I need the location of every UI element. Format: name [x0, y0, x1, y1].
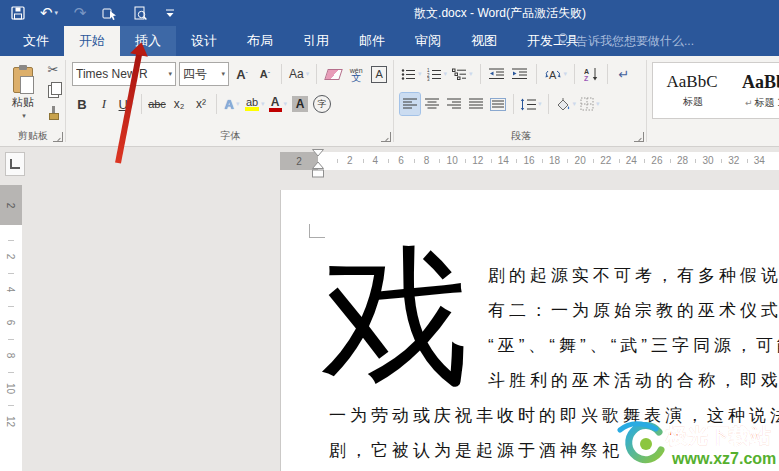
site-watermark: 极光下载站 www.xz7.com [616, 416, 779, 471]
italic-button[interactable]: I [94, 93, 114, 115]
character-border-button[interactable]: A [369, 63, 389, 85]
quick-access-toolbar: ↶▾ ↷ [10, 0, 178, 26]
font-color-button[interactable]: A ▾ [268, 93, 289, 115]
ruler-margin-number: 2 [296, 156, 302, 167]
ruler-number: 8 [414, 152, 440, 170]
phonetic-guide-icon: wén文 [350, 67, 363, 81]
bold-button[interactable]: B [72, 93, 92, 115]
decrease-indent-button[interactable] [487, 63, 507, 85]
horizontal-ruler[interactable]: 2 246810121416182022242628303234 [280, 152, 779, 170]
touch-mouse-mode-icon[interactable] [102, 2, 118, 24]
justify-button[interactable] [466, 93, 486, 115]
style-card[interactable]: AaBb ↵标题 1 [733, 72, 779, 110]
window-title: 散文.docx - Word(产品激活失败) [414, 0, 586, 26]
lightbulb-icon [556, 32, 570, 50]
ribbon: 粘贴 ▾ ✂ 剪贴板 Times New R ▾ 四号 ▾ [0, 56, 779, 147]
ruler-number: 26 [644, 152, 670, 170]
font-dialog-launcher[interactable] [381, 132, 391, 142]
align-right-button[interactable] [444, 93, 464, 115]
change-case-button[interactable]: Aa▾ [288, 63, 310, 85]
text-highlight-button[interactable]: ab ▾ [244, 93, 266, 115]
enclose-characters-button[interactable]: 字 [312, 93, 332, 115]
phonetic-guide-button[interactable]: wén文 [346, 63, 366, 85]
eraser-icon [324, 69, 343, 80]
paragraph-mark-icon: ↵ [619, 67, 630, 82]
font-size-combo[interactable]: 四号 ▾ [179, 62, 229, 86]
ribbon-tab[interactable]: 设计 [176, 26, 232, 56]
style-card[interactable]: AaBbC 标题 [661, 72, 723, 109]
distribute-icon [490, 98, 506, 111]
ribbon-tab[interactable]: 开始 [64, 26, 120, 56]
bullets-button[interactable]: ▾ [400, 63, 423, 85]
tab-stop-selector[interactable] [5, 152, 25, 176]
vertical-ruler[interactable]: 2 24681012 [0, 185, 22, 471]
indent-markers[interactable] [310, 149, 326, 180]
ribbon-tab[interactable]: 引用 [288, 26, 344, 56]
paste-button[interactable]: 粘贴 ▾ [4, 60, 42, 126]
ruler-number: 34 [747, 152, 773, 170]
ribbon-tab[interactable]: 文件 [8, 26, 64, 56]
ribbon-tab[interactable]: 邮件 [344, 26, 400, 56]
ribbon-tab[interactable]: 审阅 [400, 26, 456, 56]
ruler-number: 4 [363, 152, 389, 170]
brush-icon [47, 106, 59, 120]
grow-font-button[interactable]: Aˆ [232, 63, 252, 85]
increase-indent-icon [512, 68, 527, 80]
ruler-number: 2 [0, 240, 22, 273]
subscript-button[interactable]: x₂ [169, 93, 189, 115]
clipboard-dialog-launcher[interactable] [53, 132, 63, 142]
shrink-font-button[interactable]: Aˇ [255, 63, 275, 85]
watermark-url-text: www.xz7.com [671, 450, 776, 467]
paragraph-group: ▾ 123 ▾ ▾ A [395, 56, 647, 146]
undo-dropdown[interactable]: ▾ [55, 9, 59, 17]
distribute-button[interactable] [488, 93, 508, 115]
clear-formatting-button[interactable] [323, 63, 343, 85]
asian-layout-button[interactable]: A ▾ [543, 63, 569, 85]
cut-button[interactable]: ✂ [44, 60, 62, 78]
ribbon-tab[interactable]: 布局 [232, 26, 288, 56]
show-marks-button[interactable]: ↵ [614, 63, 634, 85]
superscript-button[interactable]: x² [191, 93, 211, 115]
tell-me-search[interactable]: 告诉我您想要做什么... [556, 26, 694, 56]
text-line: 剧的起源实不可考，有多种假说。比较 [488, 258, 779, 293]
paste-clipboard-icon [13, 67, 33, 93]
ribbon-tab[interactable]: 视图 [456, 26, 512, 56]
numbering-button[interactable]: 123 ▾ [426, 63, 449, 85]
align-left-button[interactable] [400, 93, 420, 115]
tab-stop-icon [10, 159, 20, 169]
strikethrough-button[interactable]: abc [147, 93, 167, 115]
format-painter-button[interactable] [44, 104, 62, 122]
borders-button[interactable]: ▾ [579, 93, 601, 115]
ruler-margin-number: 2 [6, 202, 17, 208]
customize-qat-icon[interactable] [162, 2, 178, 24]
styles-gallery: AaBbC 标题 AaBb ↵标题 1 [652, 62, 779, 119]
copy-button[interactable] [44, 82, 62, 100]
redo-button[interactable]: ↷ [72, 2, 88, 24]
increase-indent-button[interactable] [510, 63, 530, 85]
multilevel-list-button[interactable]: ▾ [451, 63, 474, 85]
clipboard-group: 粘贴 ▾ ✂ 剪贴板 [0, 56, 66, 146]
text-effects-button[interactable]: A▾ [222, 93, 242, 115]
ruler-number: 18 [542, 152, 568, 170]
sort-button[interactable]: AZ [581, 63, 601, 85]
text-line: 有二：一为原始宗教的巫术仪式，比如 [488, 293, 779, 328]
align-center-icon [425, 98, 439, 110]
ruler-number: 12 [465, 152, 491, 170]
borders-icon [580, 97, 594, 111]
svg-text:A: A [584, 68, 589, 75]
print-preview-icon[interactable] [132, 2, 148, 24]
ruler-number: 10 [439, 152, 465, 170]
title-bar: ↶▾ ↷ 散文.docx - Word(产品激活失败) [0, 0, 779, 26]
save-icon[interactable] [10, 2, 26, 24]
line-spacing-button[interactable]: ▾ [519, 93, 543, 115]
tell-me-placeholder: 告诉我您想要做什么... [576, 33, 694, 50]
font-group: Times New R ▾ 四号 ▾ Aˆ Aˇ Aa▾ wén文 A [67, 56, 394, 146]
font-name-combo[interactable]: Times New R ▾ [72, 62, 176, 86]
character-shading-button[interactable]: A [290, 93, 310, 115]
shading-button[interactable]: ▾ [554, 93, 578, 115]
paragraph-dialog-launcher[interactable] [634, 132, 644, 142]
align-center-button[interactable] [422, 93, 442, 115]
ruler-number: 6 [388, 152, 414, 170]
undo-button[interactable]: ↶▾ [40, 2, 58, 24]
ruler-number: 14 [491, 152, 517, 170]
